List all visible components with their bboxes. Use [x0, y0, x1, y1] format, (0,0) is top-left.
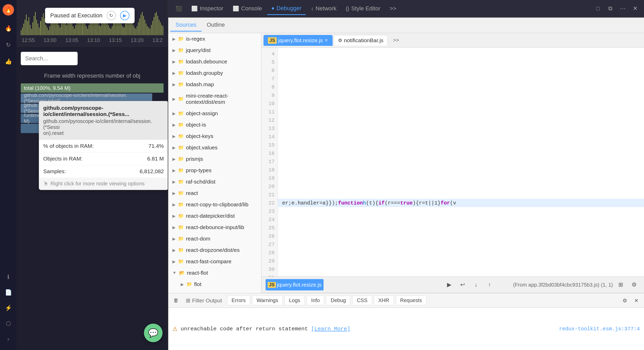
source-tree-item[interactable]: ▶📁mini-create-react-context/dist/esm	[168, 90, 261, 108]
console-btn-debug[interactable]: Debug	[326, 296, 350, 305]
console-btn-errors[interactable]: Errors	[227, 296, 250, 305]
console-settings-button[interactable]: ⚙	[620, 296, 630, 305]
close-tab-button-1[interactable]: ✕	[324, 38, 328, 43]
console-btn-warnings[interactable]: Warnings	[252, 296, 283, 305]
source-tree-item[interactable]: ▼📂react-flot	[168, 267, 261, 279]
source-tree-item[interactable]: ▶📁react-dom	[168, 233, 261, 244]
responsive-design-button[interactable]: □	[592, 3, 604, 14]
source-tree-item[interactable]: ▶📁lodash.debounce	[168, 56, 261, 67]
source-tree-item[interactable]: ▶📁react-datepicker/dist	[168, 210, 261, 222]
frame-text: Frame width represents number of obj	[17, 70, 168, 81]
close-devtools-button[interactable]: ✕	[630, 3, 641, 14]
tab-outline[interactable]: Outline	[202, 19, 230, 32]
step-over-button[interactable]: ↩	[457, 279, 468, 290]
source-tree-item[interactable]: ▶📁object-is	[168, 119, 261, 130]
timeline-bar	[150, 29, 150, 35]
app-logo[interactable]: 🔥	[3, 4, 14, 16]
console-btn-logs[interactable]: Logs	[285, 296, 305, 305]
source-tree-item[interactable]: ▶📁jquery/dist	[168, 45, 261, 56]
tab-debugger[interactable]: ● Debugger	[267, 2, 306, 15]
source-tree-item[interactable]: ▶📁prismjs	[168, 153, 261, 165]
code-line	[278, 240, 644, 249]
line-number: 22	[261, 199, 278, 207]
console-settings: ⚙ ✕	[620, 296, 641, 305]
source-map-button[interactable]: ⊞	[615, 279, 626, 290]
timeline-bar	[153, 17, 154, 35]
timeline-bar	[61, 24, 62, 35]
tab-console[interactable]: ⬜ Console	[229, 3, 266, 14]
sidebar-icon-plugins[interactable]: ⚡	[3, 302, 14, 314]
tab-network[interactable]: ↕ Network	[307, 3, 341, 14]
source-tree-item[interactable]: ▶📁lodash.groupby	[168, 67, 261, 79]
console-btn-requests[interactable]: Requests	[396, 296, 427, 305]
folder-icon: 📁	[178, 213, 184, 219]
sidebar-icon-refresh[interactable]: ↻	[3, 39, 14, 51]
source-tree-item[interactable]: ▶📁flot-override	[168, 290, 261, 293]
expand-arrow-icon: ▶	[172, 236, 175, 241]
line-number: 7	[261, 75, 278, 83]
step-in-button[interactable]: ↓	[470, 279, 482, 290]
sidebar-icon-thumbsup[interactable]: 👍	[3, 56, 14, 67]
console-location-link[interactable]: redux-toolkit.esm.js:377:4	[559, 326, 640, 332]
console-btn-css[interactable]: CSS	[352, 296, 372, 305]
code-line	[278, 174, 644, 182]
sidebar-icon-doc[interactable]: 📄	[3, 287, 14, 298]
console-btn-xhr[interactable]: XHR	[374, 296, 394, 305]
close-console-button[interactable]: ✕	[632, 296, 641, 305]
timeline-bar	[30, 25, 31, 35]
source-tree-item[interactable]: ▶📁react-dropzone/dist/es	[168, 244, 261, 256]
debugger-settings-button[interactable]: ⚙	[628, 279, 640, 290]
chat-bubble-button[interactable]: 💬	[144, 324, 163, 342]
timeline-bar	[31, 29, 32, 35]
tooltip-value-1: 71.4%	[122, 140, 168, 152]
tab-more[interactable]: >>	[386, 3, 401, 14]
step-out-button[interactable]: ↑	[484, 279, 495, 290]
source-tree-item[interactable]: ▶📁object-assign	[168, 108, 261, 119]
split-view-button[interactable]: ⧉	[605, 3, 616, 14]
timeline-bar	[28, 17, 29, 35]
console-btn-info[interactable]: Info	[307, 296, 324, 305]
tab-style-editor[interactable]: {} Style Editor	[342, 3, 385, 14]
flame-row-total[interactable]: total (100%, 9.54 M)	[21, 83, 164, 93]
learn-more-link[interactable]: [Learn More]	[311, 326, 350, 332]
source-tree-item[interactable]: ▶📁react-debounce-input/lib	[168, 222, 261, 233]
expand-tabs-button[interactable]: >>	[391, 36, 401, 44]
replay-button[interactable]: ↻	[107, 11, 116, 20]
line-number: 13	[261, 124, 278, 133]
search-input[interactable]	[21, 52, 78, 65]
timeline-bar	[142, 12, 143, 35]
source-tree-item[interactable]: ▶📁react	[168, 187, 261, 199]
source-tree-item[interactable]: ▶📁flot	[168, 279, 261, 290]
code-tab-notification-bar[interactable]: ⚙ notificationBar.js	[334, 35, 388, 46]
code-line	[278, 191, 644, 199]
tab-sources[interactable]: Sources	[170, 19, 202, 32]
clear-console-button[interactable]: 🗑	[171, 296, 181, 305]
source-tree-item[interactable]: ▶📁object.values	[168, 142, 261, 153]
source-tree-item[interactable]: ▶📁raf-schd/dist	[168, 176, 261, 187]
more-options-button[interactable]: ⋯	[617, 3, 628, 14]
resume-button[interactable]: ▶	[443, 279, 455, 290]
expand-arrow-icon: ▼	[172, 271, 177, 275]
source-tree-item[interactable]: ▶📁object-keys	[168, 130, 261, 142]
tab-cursor[interactable]: ⬛	[171, 3, 186, 14]
timeline-bar	[155, 13, 156, 35]
source-tree-item[interactable]: ▶📁react-copy-to-clipboard/lib	[168, 199, 261, 210]
source-tree-item[interactable]: ▶📁prop-types	[168, 165, 261, 176]
file-tab-active[interactable]: JS jquery.flot.resize.js	[266, 279, 324, 290]
tooltip-title: github.com/pyroscope-io/client/internal/…	[43, 105, 164, 117]
line-number: 12	[261, 116, 278, 124]
source-tree-item[interactable]: ▶📁is-regex	[168, 33, 261, 45]
sidebar-icon-info[interactable]: ℹ	[3, 271, 14, 283]
sidebar-icon-flame[interactable]: 🔥	[3, 23, 14, 34]
paused-text: Paused at Execution	[50, 12, 103, 19]
timeline-bar	[98, 22, 98, 35]
play-button[interactable]: ▶	[120, 11, 129, 20]
sidebar-icon-expand[interactable]: ›	[3, 333, 14, 345]
source-tree-item[interactable]: ▶📁react-fast-compare	[168, 256, 261, 267]
source-tree-item[interactable]: ▶📁lodash.map	[168, 79, 261, 90]
tooltip-footer: 🖱 Right click for more node viewing opti…	[39, 178, 168, 190]
code-tab-jquery-flot[interactable]: JS jquery.flot.resize.js ✕	[264, 35, 333, 46]
sidebar-icon-github[interactable]: ⬡	[3, 318, 14, 329]
tab-inspector[interactable]: ⬜ Inspector	[187, 3, 228, 14]
cursor-icon: ⬛	[175, 5, 182, 12]
